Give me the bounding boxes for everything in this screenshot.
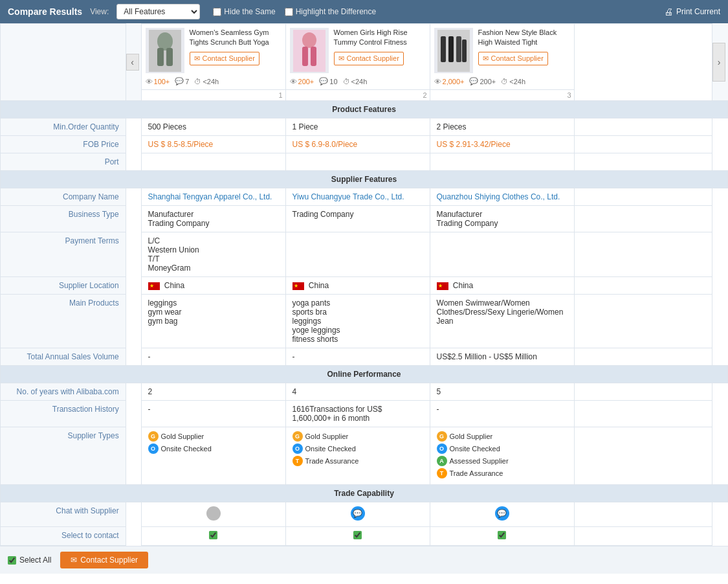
svg-point-1 <box>157 32 173 51</box>
envelope-icon-2: ✉ <box>338 54 344 63</box>
highlight-diff-checkbox-label[interactable]: Highlight the Difference <box>285 7 377 16</box>
val-min-order-4 <box>574 118 712 136</box>
nav-left-arrow[interactable]: ‹ <box>126 54 139 71</box>
highlight-diff-checkbox[interactable] <box>285 8 293 16</box>
label-min-order: Min.Order Quantity <box>1 118 126 136</box>
highlight-diff-label: Highlight the Difference <box>296 7 377 16</box>
gold-icon-2: G <box>292 431 303 442</box>
page-title: Compare Results <box>8 6 82 17</box>
product-col-1: Women's Seamless Gym Tights Scrunch Butt… <box>141 24 285 101</box>
clock-icon-3: ⏱ <box>501 78 508 85</box>
val-prod-3: Women Swimwear/Women Clothes/Dress/Sexy … <box>430 295 574 348</box>
section-header-online: Online Performance <box>1 366 728 383</box>
product-card-1: Women's Seamless Gym Tights Scrunch Butt… <box>142 24 285 90</box>
badge-assessed-3: A Assessed Supplier <box>437 456 568 466</box>
label-main-products: Main Products <box>1 295 126 348</box>
label-annual-sales: Total Annual Sales Volume <box>1 348 126 366</box>
envelope-icon-1: ✉ <box>194 54 200 63</box>
footer-contact-btn[interactable]: ✉ Contact Supplier <box>60 552 148 568</box>
val-sales-1: - <box>141 348 285 366</box>
label-select-contact: Select to contact <box>1 527 126 546</box>
stats-row-3: 👁 2,000+ 💬 200+ ⏱ <24h <box>434 77 570 85</box>
val-sales-4 <box>574 348 712 366</box>
select-checkbox-3[interactable] <box>498 531 506 539</box>
label-supplier-types: Supplier Types <box>1 427 126 485</box>
gold-label-1: Gold Supplier <box>161 432 204 440</box>
product-col-3: Fashion New Style Black High Waisted Tig… <box>430 24 574 101</box>
product-card-3: Fashion New Style Black High Waisted Tig… <box>430 24 574 90</box>
svg-rect-7 <box>311 47 316 66</box>
header-checkboxes: Hide the Same Highlight the Difference <box>213 7 376 16</box>
product-card-inner-1: Women's Seamless Gym Tights Scrunch Butt… <box>146 28 281 73</box>
product-header-row: ‹ <box>1 24 728 101</box>
nav-right-arrow[interactable]: › <box>712 43 725 82</box>
product-num-2: 2 <box>286 90 430 100</box>
row-payment-terms: Payment Terms L/CWestern UnionT/TMoneyGr… <box>1 232 728 277</box>
val-fob-4 <box>574 136 712 153</box>
val-company-1: Shanghai Tengyan Apparel Co., Ltd. <box>141 188 285 206</box>
select-checkbox-2[interactable] <box>353 531 362 539</box>
nav-right-cell: › <box>712 24 728 101</box>
section-header-trade: Trade Capability <box>1 485 728 502</box>
product-num-3: 3 <box>430 90 574 100</box>
badge-trade-2: T Trade Assurance <box>292 456 423 466</box>
label-location: Supplier Location <box>1 277 126 295</box>
views-2: 👁 200+ <box>290 78 314 85</box>
trade-label-3: Trade Assurance <box>450 469 503 477</box>
chat-icon-2[interactable]: 💬 <box>351 506 365 521</box>
trade-label-2: Trade Assurance <box>305 457 359 465</box>
company-link-3[interactable]: Quanzhou Shiying Clothes Co., Ltd. <box>437 192 560 201</box>
product-info-3: Fashion New Style Black High Waisted Tig… <box>478 28 570 65</box>
svg-rect-2 <box>157 48 164 66</box>
label-payment: Payment Terms <box>1 232 126 277</box>
chat-icon-3[interactable]: 💬 <box>495 506 509 521</box>
messages-3: 💬 200+ <box>469 77 496 85</box>
hide-same-label: Hide the Same <box>224 7 275 16</box>
val-port-3 <box>430 153 574 171</box>
assessed-label-3: Assessed Supplier <box>450 457 509 465</box>
val-port-4 <box>574 153 712 171</box>
svg-rect-12 <box>462 39 467 62</box>
header-bar: Compare Results View: All Features Produ… <box>0 0 728 23</box>
gold-icon-1: G <box>148 431 159 442</box>
company-link-1[interactable]: Shanghai Tengyan Apparel Co., Ltd. <box>148 192 272 201</box>
company-link-2[interactable]: Yiwu Chuangyue Trade Co., Ltd. <box>292 192 404 201</box>
select-all-label[interactable]: Select All <box>8 556 51 565</box>
view-label: View: <box>90 7 109 16</box>
select-checkbox-1[interactable] <box>209 531 217 539</box>
print-button[interactable]: 🖨 Print Current <box>664 6 720 17</box>
chat-icon-1[interactable] <box>206 506 221 521</box>
product-thumb-1 <box>146 28 184 73</box>
contact-supplier-btn-3[interactable]: ✉ Contact Supplier <box>478 52 548 65</box>
gold-label-2: Gold Supplier <box>305 432 349 440</box>
contact-supplier-btn-1[interactable]: ✉ Contact Supplier <box>190 52 259 65</box>
row-annual-sales: Total Annual Sales Volume - - US$2.5 Mil… <box>1 348 728 366</box>
onsite-label-1: Onsite Checked <box>161 445 212 453</box>
view-select[interactable]: All Features Product Features Supplier F… <box>117 5 199 19</box>
contact-supplier-btn-2[interactable]: ✉ Contact Supplier <box>334 52 404 65</box>
val-chat-2: 💬 <box>285 502 430 527</box>
select-all-checkbox[interactable] <box>8 556 16 565</box>
row-select-contact: Select to contact <box>1 527 728 546</box>
val-loc-2: ★ China <box>285 277 430 295</box>
hide-same-checkbox[interactable] <box>213 8 221 16</box>
label-years: No. of years with Alibaba.com <box>1 383 126 401</box>
hide-same-checkbox-label[interactable]: Hide the Same <box>213 7 275 16</box>
product-card-inner-2: Women Girls High Rise Tummy Control Fitn… <box>290 28 426 73</box>
assessed-icon-3: A <box>437 456 447 466</box>
val-sales-2: - <box>285 348 430 366</box>
section-row-product-features: Product Features <box>1 101 728 118</box>
view-select-wrapper[interactable]: All Features Product Features Supplier F… <box>116 4 200 19</box>
svg-rect-3 <box>166 48 173 66</box>
msg-icon-3: 💬 <box>469 77 478 85</box>
val-loc-3: ★ China <box>430 277 574 295</box>
val-port-1 <box>141 153 285 171</box>
onsite-label-2: Onsite Checked <box>305 445 356 453</box>
val-years-4 <box>574 383 712 401</box>
val-select-1 <box>141 527 285 546</box>
val-company-4 <box>574 188 712 206</box>
response-2: ⏱ <24h <box>343 78 368 85</box>
china-flag-3: ★ <box>437 282 448 290</box>
val-biz-2: Trading Company <box>285 206 430 232</box>
gold-label-3: Gold Supplier <box>450 432 493 440</box>
